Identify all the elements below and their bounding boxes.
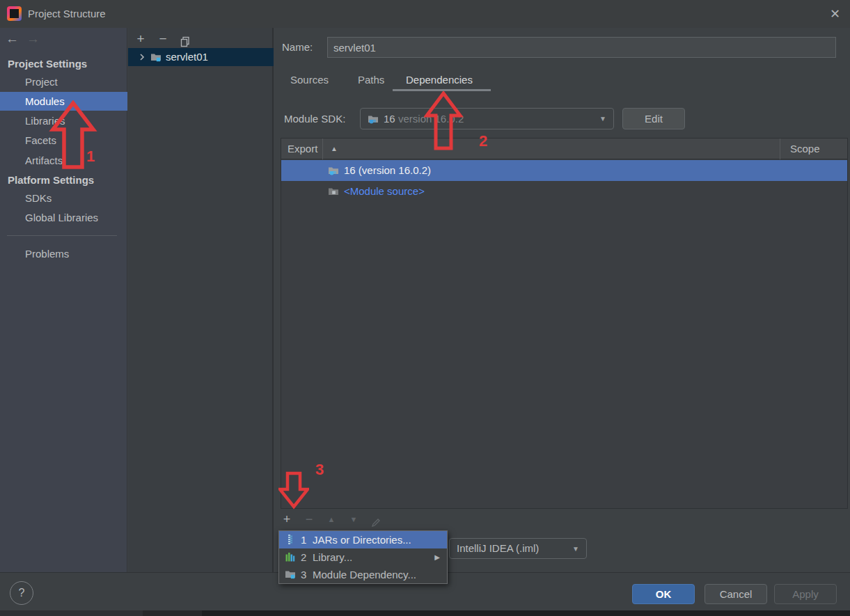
chevron-right-icon[interactable] [136,52,148,63]
module-tree-label: servlet01 [166,48,208,66]
column-separator [780,139,780,159]
help-icon[interactable]: ? [10,581,33,605]
background-window-strip [0,610,143,616]
menu-item-label: JARs or Directories... [313,531,411,548]
apply-button[interactable]: Apply [774,584,837,604]
sdk-value: 16 [384,109,395,129]
section-platform-settings: Platform Settings [0,171,127,189]
dependency-label: 16 (version 16.0.2) [344,160,431,181]
module-sdk-label: Module SDK: [284,108,345,129]
dependency-label: <Module source> [344,181,425,202]
sidebar-item-artifacts[interactable]: Artifacts [0,151,127,170]
sdk-icon [328,165,339,176]
sdk-icon [368,113,379,125]
forward-icon: → [26,29,40,49]
module-list-toolbar: + − [128,29,272,49]
name-label: Name: [282,37,313,58]
module-tree-row-servlet01[interactable]: servlet01 [128,48,274,66]
sidebar-item-modules[interactable]: Modules [0,92,127,111]
dialog-title: Project Structure [28,0,106,28]
add-module-icon[interactable]: + [132,29,149,49]
column-separator [322,139,323,159]
storage-format-value: IntelliJ IDEA (.iml) [457,539,539,558]
background-window-strip [202,610,850,616]
module-list-panel: + − servlet01 [128,28,274,572]
sidebar-item-project[interactable]: Project [0,72,127,91]
settings-sidebar: ← → Project Settings Project Modules Lib… [0,28,127,572]
sidebar-item-problems[interactable]: Problems [0,244,127,263]
menu-item-mnemonic: 3 [301,566,306,583]
module-editor: Name: Sources Paths Dependencies Module … [274,28,850,572]
sdk-value-detail: version 16.0.2 [398,109,464,129]
chevron-down-icon[interactable]: ▼ [572,539,579,559]
module-sdk-combobox[interactable]: 16 version 16.0.2 ▼ [360,108,614,129]
sidebar-item-sdks[interactable]: SDKs [0,189,127,207]
section-project-settings: Project Settings [0,54,127,73]
close-icon[interactable]: ✕ [830,0,840,28]
dependency-row-module-source[interactable]: <Module source> [281,181,847,202]
dependencies-toolbar: + − ▲ ▼ [274,509,850,530]
project-structure-dialog: Project Structure ✕ ← → Project Settings… [0,0,850,616]
sidebar-item-facets[interactable]: Facets [0,131,127,150]
chevron-down-icon[interactable]: ▼ [599,109,606,129]
dependencies-table-header[interactable]: Export ▲ Scope [281,139,847,159]
active-tab-underline [393,89,491,91]
move-down-icon[interactable]: ▼ [345,509,363,530]
edit-sdk-button[interactable]: Edit [622,108,685,129]
menu-item-jars-or-directories[interactable]: 1 JARs or Directories... [279,531,447,548]
jar-icon [285,534,296,545]
add-dependency-icon[interactable]: + [278,509,296,530]
add-dependency-popup-menu: 1 JARs or Directories... 2 Library... ▶ … [278,530,448,584]
module-name-input[interactable] [327,37,836,58]
titlebar: Project Structure ✕ [0,0,850,28]
sidebar-item-global-libraries[interactable]: Global Libraries [0,208,127,227]
tab-sources[interactable]: Sources [290,70,329,90]
remove-module-icon[interactable]: − [155,29,171,49]
menu-item-mnemonic: 2 [301,548,306,566]
sidebar-divider [7,235,117,236]
cancel-button[interactable]: Cancel [705,584,767,604]
menu-item-label: Module Dependency... [313,566,416,583]
back-icon[interactable]: ← [6,29,19,49]
module-source-icon [328,186,339,197]
module-icon [285,569,296,580]
menu-item-label: Library... [313,548,352,566]
sidebar-item-libraries[interactable]: Libraries [0,111,127,130]
submenu-arrow-icon: ▶ [434,548,440,566]
remove-dependency-icon[interactable]: − [300,509,318,530]
storage-format-combobox[interactable]: IntelliJ IDEA (.iml) ▼ [449,538,587,559]
column-scope[interactable]: Scope [790,139,820,159]
sort-ascending-icon[interactable]: ▲ [331,139,338,159]
menu-item-module-dependency[interactable]: 3 Module Dependency... [279,566,447,583]
module-icon [150,52,162,63]
tab-dependencies[interactable]: Dependencies [406,70,473,90]
ok-button[interactable]: OK [632,584,695,604]
background-window-strip [143,610,202,616]
intellij-logo-icon [7,6,22,21]
copy-module-icon[interactable] [177,29,194,49]
column-export[interactable]: Export [288,139,317,159]
menu-item-mnemonic: 1 [301,531,306,548]
dependency-row-sdk[interactable]: 16 (version 16.0.2) [281,160,847,181]
menu-item-library[interactable]: 2 Library... ▶ [279,548,447,566]
library-icon [285,551,296,562]
move-up-icon[interactable]: ▲ [322,509,340,530]
edit-dependency-icon[interactable] [367,509,385,530]
dependencies-table: Export ▲ Scope 16 (version 16.0.2) <Modu… [281,138,848,509]
tab-paths[interactable]: Paths [358,70,384,90]
